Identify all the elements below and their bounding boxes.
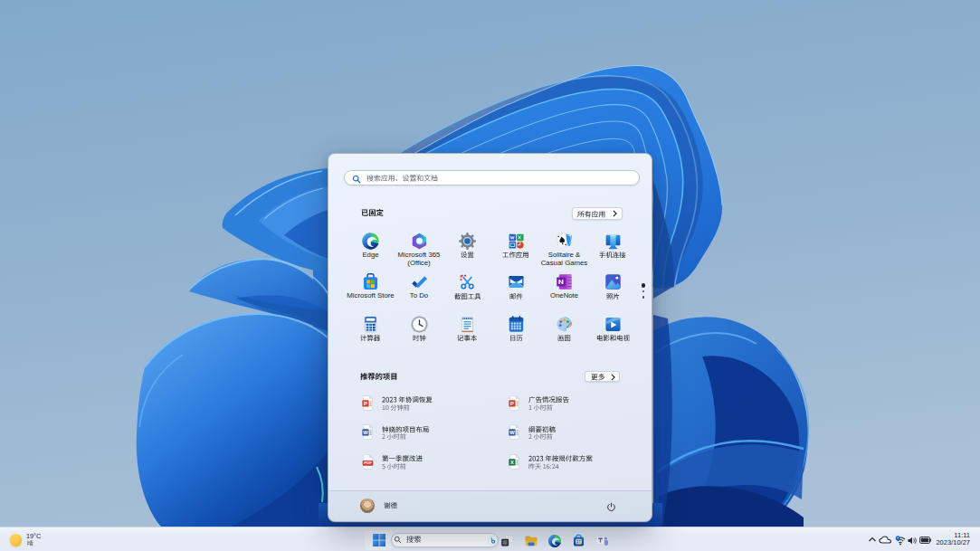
svg-text:W: W (363, 430, 368, 435)
svg-text:PDF: PDF (364, 461, 372, 465)
svg-text:X: X (510, 460, 514, 465)
svg-text:W: W (509, 430, 515, 435)
svg-text:P: P (510, 401, 514, 406)
svg-text:P: P (364, 401, 367, 406)
